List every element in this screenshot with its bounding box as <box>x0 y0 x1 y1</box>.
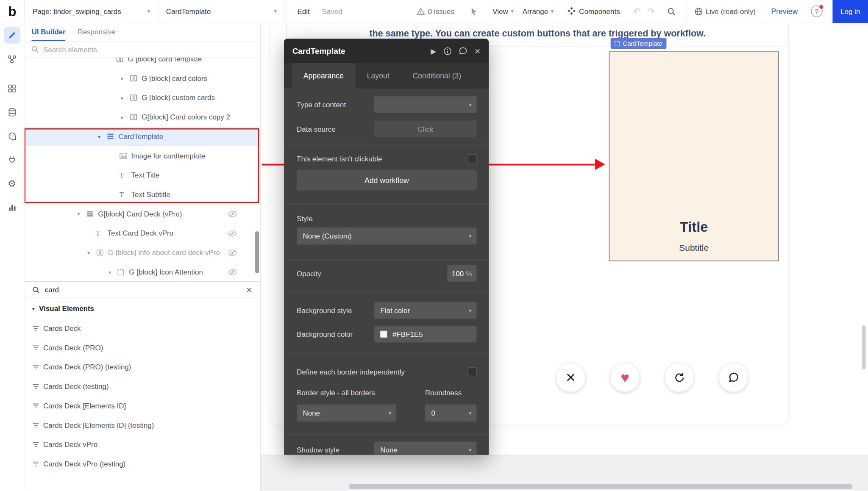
data-source-button[interactable]: Click <box>374 121 477 137</box>
library-item[interactable]: Cards Deck (testing) <box>24 377 260 396</box>
tree-item[interactable]: ▸ G [block] card colors <box>24 69 260 88</box>
tree-item[interactable]: G [block] card template <box>24 58 260 69</box>
library-item[interactable]: Cards Deck [Elements ID] <box>24 396 260 416</box>
caret-right-icon[interactable]: ▸ <box>121 75 130 81</box>
run-workflow-icon[interactable]: ▶ <box>431 47 436 55</box>
tab-responsive[interactable]: Responsive <box>78 23 115 41</box>
property-editor-header[interactable]: CardTemplate ▶ ✕ <box>284 39 489 63</box>
horizontal-scrollbar[interactable] <box>349 484 853 489</box>
environment-selector[interactable]: Live (read-only) <box>694 7 755 16</box>
tree-item[interactable]: T Text Card Deck vPro <box>24 224 260 243</box>
arrange-menu[interactable]: Arrange ▾ <box>523 7 554 16</box>
caret-down-icon[interactable]: ▾ <box>108 269 117 275</box>
cardtemplate-element[interactable]: Title Subtitle <box>609 51 779 261</box>
tree-item[interactable]: ▸ G[block] Card colors copy 2 <box>24 107 260 127</box>
caret-down-icon[interactable]: ▾ <box>78 211 86 216</box>
page-selector[interactable]: Page: tinder_swiping_cards ▾ <box>25 0 158 23</box>
refresh-button[interactable] <box>664 363 694 393</box>
visibility-off-icon[interactable] <box>228 230 237 237</box>
element-tree-search[interactable] <box>24 42 260 58</box>
library-item[interactable]: Cards Deck [Elements ID] (testing) <box>24 416 260 435</box>
settings-tab-icon[interactable]: ⚙ <box>3 175 20 192</box>
plugins-tab-icon[interactable] <box>3 152 20 168</box>
view-menu[interactable]: View ▾ <box>492 7 514 16</box>
visibility-off-icon[interactable] <box>228 211 237 218</box>
dismiss-button[interactable] <box>556 363 586 393</box>
x-icon <box>566 372 576 383</box>
background-style-dropdown[interactable]: Flat color ▾ <box>374 302 477 319</box>
tree-item[interactable]: ▾ G [block] info about card deck vPro <box>24 243 260 262</box>
component-library-icon[interactable] <box>3 80 20 97</box>
tab-layout[interactable]: Layout <box>355 63 401 89</box>
design-tab-icon[interactable] <box>3 27 20 44</box>
caret-down-icon[interactable]: ▾ <box>87 250 96 255</box>
library-item[interactable]: Cards Deck vPro (testing) <box>24 454 260 474</box>
workflow-tab-icon[interactable] <box>3 51 20 67</box>
style-dropdown[interactable]: None (Custom) ▾ <box>297 227 476 244</box>
roundness-dropdown[interactable]: 0 ▾ <box>425 405 476 422</box>
close-icon[interactable]: ✕ <box>474 47 480 55</box>
caret-right-icon[interactable]: ▸ <box>121 114 130 120</box>
issues-indicator[interactable]: 0 issues <box>416 7 454 16</box>
tree-item[interactable]: T Text Title <box>24 166 260 185</box>
undo-icon[interactable]: ↶ <box>633 6 641 17</box>
login-button[interactable]: Log in <box>832 0 868 23</box>
element-library-search[interactable]: ✕ <box>24 281 260 298</box>
comment-icon[interactable] <box>459 47 467 55</box>
tree-item[interactable]: Image for cardtemplate <box>24 146 260 166</box>
element-selector[interactable]: CardTemplate ▾ <box>159 0 285 23</box>
panel-tabs: UI Builder Responsive <box>24 23 260 42</box>
library-item[interactable]: Cards Deck <box>24 319 260 338</box>
caret-right-icon[interactable]: ▸ <box>121 95 130 100</box>
library-item[interactable]: Cards Deck vPro <box>24 435 260 455</box>
selection-badge[interactable]: CardTemplate <box>611 38 666 49</box>
tree-item[interactable]: T Text Subtitle <box>24 185 260 204</box>
type-of-content-dropdown[interactable]: ▾ <box>374 96 477 113</box>
pointer-tool-icon[interactable] <box>470 7 479 16</box>
clickable-checkbox[interactable] <box>468 154 477 163</box>
tree-item[interactable]: ▸ G [block] custom cards <box>24 88 260 108</box>
visual-elements-section[interactable]: ▾ Visual Elements <box>24 298 260 319</box>
search-icon[interactable] <box>667 7 676 16</box>
color-swatch[interactable] <box>380 330 387 338</box>
tree-item-label: Text Title <box>131 171 160 180</box>
background-color-input[interactable]: #FBF1E5 <box>374 326 477 342</box>
bubble-logo[interactable]: b <box>0 0 24 23</box>
edit-menu[interactable]: Edit <box>297 7 309 16</box>
element-library-search-input[interactable] <box>45 286 241 294</box>
redo-icon[interactable]: ↷ <box>647 6 655 17</box>
chevron-down-icon: ▾ <box>469 102 472 108</box>
library-item[interactable]: Cards Deck (PRO) (testing) <box>24 358 260 377</box>
view-menu-label: View <box>492 7 508 16</box>
tab-ui-builder[interactable]: UI Builder <box>31 23 65 41</box>
chat-replay-button[interactable] <box>718 363 748 393</box>
caret-down-icon[interactable]: ▾ <box>98 133 107 139</box>
search-elements-input[interactable] <box>43 45 253 53</box>
tree-item-cardtemplate[interactable]: ▾ CardTemplate <box>24 127 260 146</box>
chat-bubble-icon <box>728 372 739 383</box>
styles-tab-icon[interactable] <box>3 128 20 144</box>
visibility-off-icon[interactable] <box>228 269 237 276</box>
database-tab-icon[interactable] <box>3 104 20 121</box>
add-workflow-button[interactable]: Add workflow <box>297 170 476 190</box>
border-style-dropdown[interactable]: None ▾ <box>297 405 396 422</box>
shadow-style-dropdown[interactable]: None ▾ <box>374 441 477 455</box>
opacity-input[interactable]: 100 % <box>447 265 476 282</box>
define-borders-checkbox[interactable] <box>468 367 477 376</box>
info-icon[interactable] <box>443 47 452 55</box>
vertical-scrollbar[interactable] <box>862 325 866 369</box>
help-icon[interactable]: ? <box>811 6 822 17</box>
logs-tab-icon[interactable] <box>3 199 20 216</box>
tab-appearance[interactable]: Appearance <box>292 63 355 89</box>
search-icon <box>31 45 39 53</box>
components-button[interactable]: Components <box>567 7 620 16</box>
tree-item[interactable]: ▾ G[block] Card Deck (vPro) <box>24 204 260 224</box>
like-button[interactable]: ♥ <box>610 363 640 393</box>
library-item[interactable]: Cards Deck (PRO) <box>24 338 260 358</box>
preview-button[interactable]: Preview <box>771 7 798 16</box>
tree-item[interactable]: ▾ G [block] Icon Attention <box>24 262 260 281</box>
tab-conditional[interactable]: Conditional (3) <box>401 63 473 89</box>
visibility-off-icon[interactable] <box>228 250 237 256</box>
clear-search-icon[interactable]: ✕ <box>246 285 252 294</box>
tree-scrollbar[interactable] <box>255 231 259 273</box>
